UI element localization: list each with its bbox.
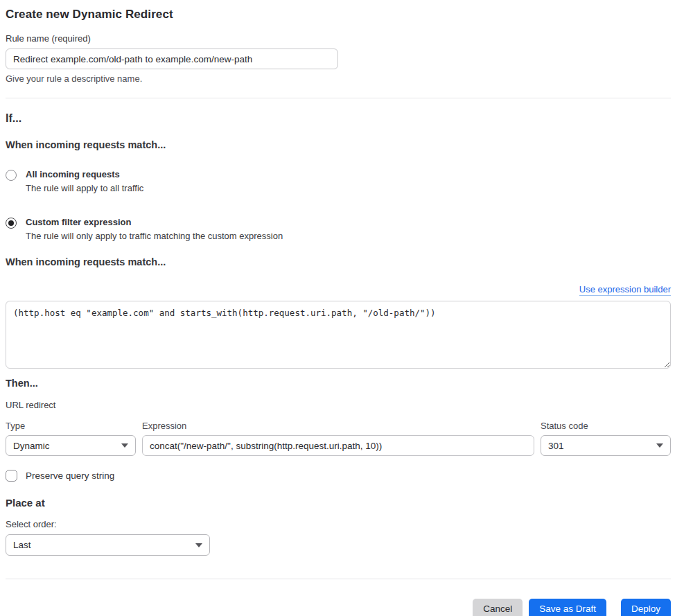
- match-heading: When incoming requests match...: [6, 139, 671, 150]
- status-code-select[interactable]: 301: [541, 435, 671, 456]
- preserve-query-checkbox[interactable]: [6, 470, 17, 482]
- then-heading: Then...: [6, 378, 671, 389]
- radio-option-1[interactable]: Custom filter expression The rule will o…: [6, 217, 671, 242]
- chevron-down-icon: [121, 443, 128, 448]
- footer-divider: [6, 579, 671, 579]
- status-code-select-value: 301: [548, 441, 564, 451]
- rule-name-input[interactable]: [6, 49, 338, 69]
- radio-all-requests-icon[interactable]: [6, 170, 17, 181]
- radio-option-0[interactable]: All incoming requests The rule will appl…: [6, 169, 671, 194]
- radio-all-requests-label: All incoming requests: [26, 169, 143, 180]
- url-redirect-label: URL redirect: [6, 400, 671, 410]
- status-code-label: Status code: [541, 421, 671, 431]
- expression-heading: When incoming requests match...: [6, 256, 671, 267]
- type-select-value: Dynamic: [13, 441, 50, 451]
- order-select[interactable]: Last: [6, 534, 210, 556]
- redirect-expression-input[interactable]: [142, 435, 534, 456]
- radio-all-requests-description: The rule will apply to all traffic: [26, 183, 143, 194]
- cancel-button[interactable]: Cancel: [473, 599, 523, 616]
- footer-actions: Cancel Save as Draft Deploy: [6, 599, 671, 616]
- expression-label: Expression: [142, 421, 534, 431]
- request-match-radio-group: All incoming requests The rule will appl…: [6, 169, 671, 242]
- radio-custom-filter-label: Custom filter expression: [26, 217, 283, 228]
- radio-custom-filter-description: The rule will only apply to traffic matc…: [26, 231, 283, 242]
- save-as-draft-button[interactable]: Save as Draft: [529, 599, 606, 616]
- if-heading: If...: [6, 112, 671, 125]
- type-label: Type: [6, 421, 136, 431]
- use-expression-builder-link[interactable]: Use expression builder: [579, 284, 671, 296]
- radio-custom-filter-icon[interactable]: [6, 218, 17, 229]
- section-divider: [6, 98, 671, 98]
- preserve-query-label: Preserve query string: [26, 470, 114, 481]
- page-title: Create new Dynamic Redirect: [6, 7, 671, 22]
- order-select-value: Last: [13, 540, 31, 550]
- chevron-down-icon: [656, 443, 663, 448]
- create-redirect-form: Create new Dynamic Redirect Rule name (r…: [6, 0, 671, 616]
- filter-expression-textarea[interactable]: (http.host eq "example.com" and starts_w…: [6, 301, 671, 369]
- deploy-button[interactable]: Deploy: [621, 599, 671, 616]
- rule-name-label: Rule name (required): [6, 33, 671, 44]
- rule-name-help: Give your rule a descriptive name.: [6, 73, 671, 84]
- select-order-label: Select order:: [6, 519, 671, 529]
- type-select[interactable]: Dynamic: [6, 435, 136, 456]
- place-at-heading: Place at: [6, 497, 671, 509]
- preserve-query-row[interactable]: Preserve query string: [6, 470, 671, 482]
- redirect-fields-row: Type Dynamic Expression Status code 301: [6, 421, 671, 456]
- chevron-down-icon: [195, 543, 202, 547]
